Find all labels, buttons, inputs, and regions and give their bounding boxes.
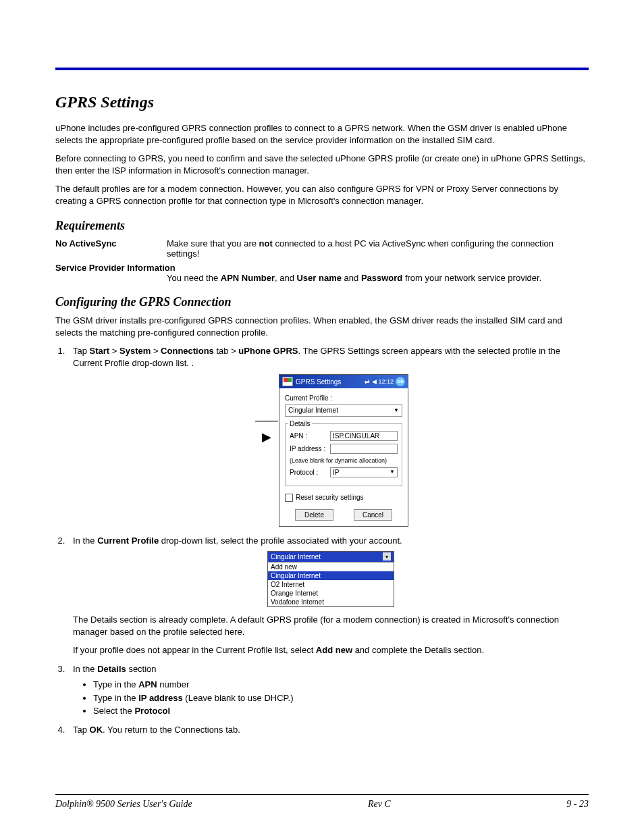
reset-security-row[interactable]: Reset security settings [285,493,402,502]
current-profile-value: Cingular Internet [288,406,338,415]
ip-input[interactable] [330,444,398,454]
current-profile-dropdown[interactable]: Cingular Internet ▼ [285,405,402,417]
intro-paragraph-2: Before connecting to GPRS, you need to c… [55,153,589,176]
intro-paragraph-1: uPhone includes pre-configured GPRS conn… [55,122,589,146]
reset-label: Reset security settings [296,493,364,502]
step-3: In the Details section Type in the APN n… [68,663,589,717]
step-2: In the Current Profile drop-down list, s… [68,535,589,656]
chevron-down-icon: ▼ [394,407,399,415]
apn-input[interactable]: ISP.CINGULAR [330,431,398,441]
heading-configuring: Configuring the GPRS Connection [55,295,589,309]
ip-label: IP address : [290,444,330,454]
dropdown-selected[interactable]: Cingular Internet ▼ [268,552,394,563]
pda-status-icons: ⇄ ◀ 12:12 [365,377,394,386]
step-1: Tap Start > System > Connections tab > u… [68,345,589,527]
req-label-no-activesync: No ActiveSync [55,238,167,259]
page: GPRS Settings uPhone includes pre-config… [0,0,644,834]
req-label-service-provider: Service Provider Information [55,263,589,273]
intro-paragraph-3: The default profiles are for a modem con… [55,183,589,207]
current-profile-label: Current Profile : [285,394,402,403]
pda-titlebar: GPRS Settings ⇄ ◀ 12:12 ok [279,375,408,388]
pda-title: GPRS Settings [296,377,365,387]
step2-detail-2: If your profile does not appear in the C… [73,644,589,656]
apn-label: APN : [290,432,330,441]
req-body-service-provider: You need the APN Number, and User name a… [167,273,589,283]
dropdown-option[interactable]: Vodafone Internet [268,598,394,606]
bullet-apn: Type in the APN number [93,679,589,691]
footer-right: 9 - 23 [566,799,589,810]
bullet-protocol: Select the Protocol [93,705,589,717]
dropdown-option[interactable]: Add new [268,563,394,571]
req-body-no-activesync: Make sure that you are not connected to … [167,238,589,259]
requirement-service-provider: Service Provider Information You need th… [55,263,589,283]
cfg-intro: The GSM driver installs pre-configured G… [55,315,589,338]
dropdown-list: Add new Cingular Internet O2 Internet Or… [268,563,394,606]
step3-bullets: Type in the APN number Type in the IP ad… [93,679,589,717]
delete-button[interactable]: Delete [295,509,333,521]
step-4: Tap OK. You return to the Connections ta… [68,724,589,736]
ok-button[interactable]: ok [396,377,405,386]
reset-checkbox[interactable] [285,494,293,502]
steps-list: Tap Start > System > Connections tab > u… [55,345,589,735]
dropdown-option[interactable]: Orange Internet [268,589,394,598]
step2-detail-1: The Details section is already complete.… [73,614,589,637]
protocol-dropdown[interactable]: IP ▼ [330,467,398,477]
footer: Dolphin® 9500 Series User's Guide Rev C … [55,799,589,810]
figure-profile-dropdown: Cingular Internet ▼ Add new Cingular Int… [267,551,394,608]
pda-body: Current Profile : Cingular Internet ▼ De… [279,388,408,526]
start-flag-icon[interactable] [282,377,293,386]
dropdown-option[interactable]: Cingular Internet [268,571,394,580]
heading-requirements: Requirements [55,219,589,233]
footer-rule [55,794,589,795]
heading-gprs-settings: GPRS Settings [55,93,589,111]
callout-arrow-icon: ——▶ [253,374,279,445]
bullet-ip: Type in the IP address (Leave blank to u… [93,692,589,704]
details-legend: Details [288,419,312,429]
top-rule [55,68,589,70]
chevron-down-icon: ▼ [390,469,395,476]
ip-hint: (Leave blank for dynamic allocation) [290,457,398,465]
footer-center: Rev C [368,799,391,810]
details-fieldset: Details APN : ISP.CINGULAR IP address : … [285,423,402,486]
chevron-down-icon: ▼ [383,552,391,561]
requirement-no-activesync: No ActiveSync Make sure that you are not… [55,238,589,259]
pda-screenshot: GPRS Settings ⇄ ◀ 12:12 ok Current Profi… [279,374,408,527]
dropdown-option[interactable]: O2 Internet [268,580,394,589]
footer-left: Dolphin® 9500 Series User's Guide [55,799,192,810]
figure-gprs-settings: ——▶ GPRS Settings ⇄ ◀ 12:12 ok Current P… [73,374,589,527]
protocol-label: Protocol : [290,468,330,477]
cancel-button[interactable]: Cancel [354,509,392,521]
